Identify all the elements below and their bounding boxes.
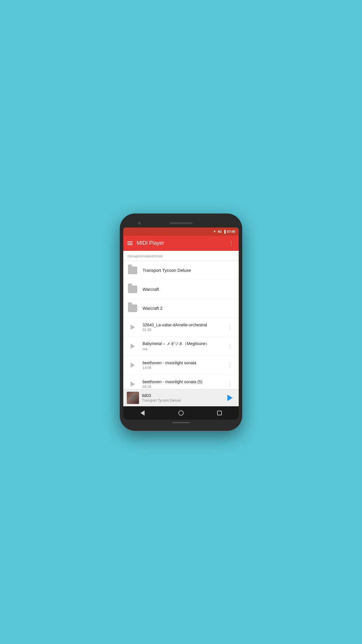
folder-icon xyxy=(128,286,137,293)
track-duration: n/a xyxy=(143,347,226,351)
app-bar: MIDI Player ⋮ xyxy=(123,236,239,251)
list-item[interactable]: Babymetal – メギツネ（Megitsune） n/a ⋮ xyxy=(123,337,239,356)
play-icon xyxy=(131,344,135,349)
track-duration: 14:06 xyxy=(143,366,226,370)
music-info: beethoven - moonlight sonata 14:06 xyxy=(143,360,226,370)
wifi-icon: ▼ xyxy=(213,230,216,233)
list-item[interactable]: Warcraft xyxy=(123,280,239,299)
phone-screen: ▼ 4G ▐ 07:00 MIDI Player ⋮ /storage/emul… xyxy=(123,228,239,420)
phone-camera xyxy=(138,222,141,225)
track-menu-icon[interactable]: ⋮ xyxy=(226,380,235,388)
back-button[interactable] xyxy=(137,407,148,419)
hamburger-menu-icon[interactable] xyxy=(127,242,133,245)
network-type: 4G xyxy=(217,230,222,233)
track-duration: 04:16 xyxy=(143,385,226,389)
list-item[interactable]: beethoven - moonlight sonata 14:06 ⋮ xyxy=(123,356,239,375)
now-playing-title: ttd03 xyxy=(142,393,222,398)
track-title: 32640_La-valse-dAmelie-orchestral xyxy=(143,323,226,327)
app-title: MIDI Player xyxy=(137,240,224,246)
play-icon xyxy=(131,363,135,368)
music-info: 32640_La-valse-dAmelie-orchestral 01:30 xyxy=(143,323,226,332)
current-path: /storage/emulated/0/midi xyxy=(127,254,162,258)
navigation-bar xyxy=(123,406,239,420)
status-icons: ▼ 4G ▐ 07:00 xyxy=(213,230,235,233)
phone-speaker xyxy=(169,222,193,224)
folder-icon-wrap xyxy=(127,265,138,276)
play-button[interactable] xyxy=(225,393,235,403)
play-icon xyxy=(131,382,135,387)
track-menu-icon[interactable]: ⋮ xyxy=(226,342,235,351)
folder-name: Transport Tycoon Deluxe xyxy=(143,268,235,273)
phone-top-bar xyxy=(123,219,239,228)
track-menu-icon[interactable]: ⋮ xyxy=(226,361,235,370)
now-playing-bar[interactable]: ttd03 Transport Tycoon Deluxe xyxy=(123,389,239,406)
list-item[interactable]: Transport Tycoon Deluxe xyxy=(123,261,239,280)
file-list: Transport Tycoon Deluxe Warcraft Warcraf… xyxy=(123,261,239,389)
now-playing-subtitle: Transport Tycoon Deluxe xyxy=(142,398,222,402)
music-info: Babymetal – メギツネ（Megitsune） n/a xyxy=(143,341,226,351)
recents-button[interactable] xyxy=(214,407,225,419)
list-item[interactable]: 32640_La-valse-dAmelie-orchestral 01:30 … xyxy=(123,318,239,337)
folder-name: Warcraft 2 xyxy=(143,306,235,311)
play-icon-wrap xyxy=(127,360,138,370)
battery-icon: ▐ xyxy=(223,230,226,233)
status-bar: ▼ 4G ▐ 07:00 xyxy=(123,228,239,236)
back-icon xyxy=(140,410,145,416)
list-item[interactable]: beethoven - moonlight sonata (5) 04:16 ⋮ xyxy=(123,375,239,389)
folder-icon-wrap xyxy=(127,284,138,295)
album-art xyxy=(127,392,139,404)
phone-home-pill xyxy=(172,422,190,423)
track-title: Babymetal – メギツネ（Megitsune） xyxy=(143,341,226,346)
track-title: beethoven - moonlight sonata xyxy=(143,360,226,365)
phone-frame: ▼ 4G ▐ 07:00 MIDI Player ⋮ /storage/emul… xyxy=(120,214,242,431)
now-playing-info: ttd03 Transport Tycoon Deluxe xyxy=(142,393,222,402)
music-info: beethoven - moonlight sonata (5) 04:16 xyxy=(143,379,226,389)
album-art-image xyxy=(127,392,139,404)
home-button[interactable] xyxy=(175,407,187,419)
play-icon-wrap xyxy=(127,322,138,332)
home-icon xyxy=(178,410,184,416)
track-duration: 01:30 xyxy=(143,328,226,332)
phone-bottom-bar xyxy=(123,420,239,426)
folder-icon xyxy=(128,267,137,274)
track-title: beethoven - moonlight sonata (5) xyxy=(143,379,226,384)
list-item[interactable]: Warcraft 2 xyxy=(123,299,239,318)
play-icon-blue xyxy=(227,395,233,401)
play-icon-wrap xyxy=(127,341,138,351)
recents-icon xyxy=(217,411,222,415)
overflow-menu-icon[interactable]: ⋮ xyxy=(229,240,235,247)
track-menu-icon[interactable]: ⋮ xyxy=(226,323,235,332)
play-icon-wrap xyxy=(127,379,138,389)
folder-icon xyxy=(128,304,137,312)
folder-name: Warcraft xyxy=(143,287,235,292)
status-time: 07:00 xyxy=(227,230,235,233)
folder-icon-wrap xyxy=(127,303,138,314)
path-bar: /storage/emulated/0/midi xyxy=(123,251,239,261)
play-icon xyxy=(131,325,135,330)
